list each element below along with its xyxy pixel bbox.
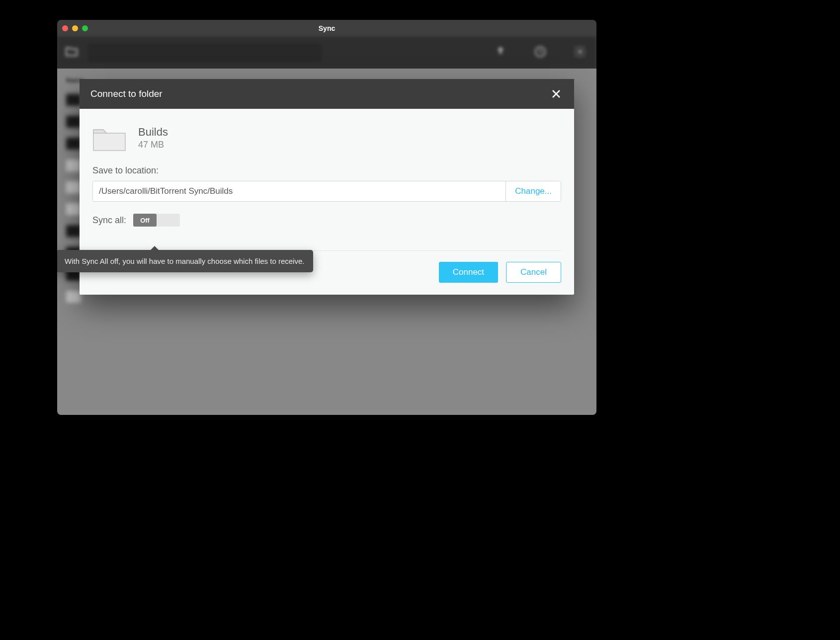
- folder-meta: Builds 47 MB: [138, 126, 168, 150]
- cancel-button[interactable]: Cancel: [506, 262, 561, 283]
- maximize-window-button[interactable]: [82, 25, 88, 31]
- tooltip-text: With Sync All off, you will have to manu…: [65, 257, 304, 265]
- location-input[interactable]: [93, 181, 505, 201]
- toggle-state-label: Off: [133, 214, 157, 227]
- folder-name: Builds: [138, 126, 168, 139]
- connect-folder-modal: Connect to folder: [80, 79, 574, 295]
- folder-size: 47 MB: [138, 140, 168, 150]
- folder-summary: Builds 47 MB: [92, 124, 561, 152]
- modal-title: Connect to folder: [90, 88, 163, 99]
- window-title: Sync: [57, 24, 596, 32]
- sync-all-label: Sync all:: [92, 215, 126, 226]
- app-window: Sync Name: [57, 20, 596, 415]
- folder-icon: [92, 124, 126, 152]
- close-button[interactable]: [549, 87, 563, 101]
- modal-header: Connect to folder: [80, 79, 574, 109]
- titlebar: Sync: [57, 20, 596, 37]
- sync-all-toggle[interactable]: Off: [133, 214, 180, 227]
- close-window-button[interactable]: [62, 25, 68, 31]
- minimize-window-button[interactable]: [72, 25, 78, 31]
- connect-button[interactable]: Connect: [439, 262, 498, 283]
- location-label: Save to location:: [92, 165, 561, 176]
- window-controls: [62, 25, 88, 31]
- sync-all-tooltip: With Sync All off, you will have to manu…: [57, 250, 313, 272]
- location-field: Change...: [92, 181, 561, 202]
- sync-all-row: Sync all: Off: [92, 214, 561, 227]
- change-location-button[interactable]: Change...: [505, 181, 561, 201]
- close-icon: [551, 89, 561, 99]
- modal-backdrop: Connect to folder: [57, 37, 596, 415]
